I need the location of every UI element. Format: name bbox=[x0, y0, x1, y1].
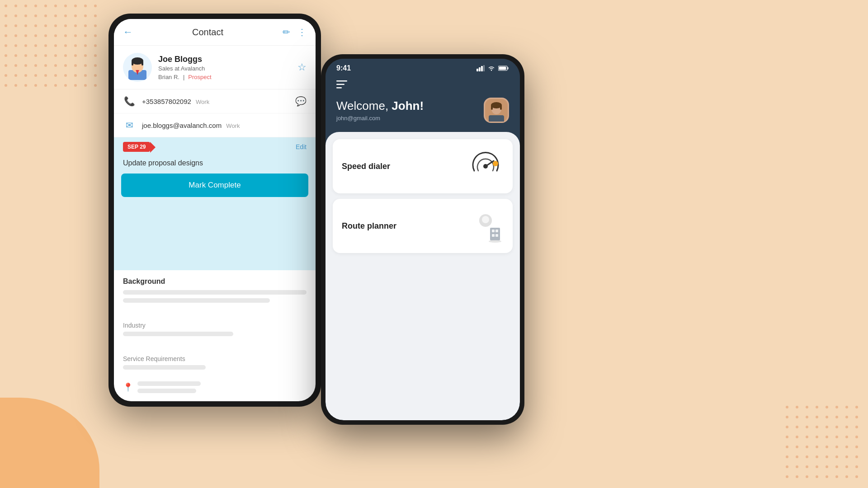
edit-icon[interactable]: ✏ bbox=[283, 27, 290, 38]
placeholder-line bbox=[123, 332, 233, 336]
dashboard-content: Speed dialer bbox=[326, 132, 520, 420]
service-req-label: Service Requirements bbox=[123, 355, 307, 362]
speed-dialer-title: Speed dialer bbox=[342, 162, 390, 171]
contact-assignee: Brian R. bbox=[158, 74, 179, 80]
user-avatar bbox=[484, 98, 509, 123]
page-title: Contact bbox=[138, 27, 277, 38]
task-title: Update proposal designs bbox=[114, 156, 316, 174]
contact-details: Joe Bloggs Sales at Avalanch Brian R. | … bbox=[158, 55, 291, 80]
background-section: Background bbox=[114, 270, 316, 310]
wifi-icon bbox=[487, 65, 495, 71]
task-header: SEP 29 Edit bbox=[114, 137, 316, 156]
route-planner-icon bbox=[467, 208, 504, 244]
phone-icon: 📞 bbox=[123, 96, 136, 107]
svg-rect-15 bbox=[336, 80, 347, 82]
welcome-row: Welcome, John! john@gmail.com bbox=[336, 98, 509, 123]
svg-rect-34 bbox=[495, 234, 498, 237]
avatar bbox=[123, 53, 152, 82]
svg-rect-23 bbox=[500, 105, 502, 110]
email-icon: ✉ bbox=[123, 120, 136, 131]
speed-dialer-card[interactable]: Speed dialer bbox=[333, 139, 513, 193]
contact-phone: ← Contact ✏ ⋮ bbox=[108, 14, 321, 407]
back-button[interactable]: ← bbox=[123, 26, 133, 38]
contact-tags: Brian R. | Prospect bbox=[158, 74, 291, 80]
svg-rect-32 bbox=[495, 230, 498, 232]
industry-section: Industry bbox=[114, 310, 316, 343]
background-title: Background bbox=[123, 277, 307, 286]
svg-rect-33 bbox=[492, 234, 495, 237]
service-requirements-section: Service Requirements bbox=[114, 343, 316, 377]
battery-icon bbox=[498, 66, 509, 71]
dashboard-screen: 9:41 bbox=[326, 59, 520, 420]
signal-icon bbox=[476, 65, 485, 71]
svg-rect-3 bbox=[132, 61, 133, 66]
dashboard-phone: 9:41 bbox=[321, 54, 524, 425]
work-address bbox=[137, 381, 201, 397]
speed-dialer-icon bbox=[467, 148, 504, 184]
phone-row[interactable]: 📞 +353857802092 Work 💬 bbox=[114, 89, 316, 113]
contact-prospect-tag: Prospect bbox=[188, 74, 211, 80]
location-icon: 📍 bbox=[123, 382, 133, 392]
work-section: 📍 bbox=[114, 377, 316, 401]
svg-rect-31 bbox=[492, 230, 495, 232]
svg-rect-8 bbox=[479, 67, 481, 71]
task-edit-button[interactable]: Edit bbox=[296, 143, 307, 150]
message-icon[interactable]: 💬 bbox=[295, 96, 307, 107]
svg-point-26 bbox=[483, 164, 488, 169]
welcome-text: Welcome, John! bbox=[336, 99, 424, 113]
svg-rect-9 bbox=[481, 66, 483, 71]
user-email: john@gmail.com bbox=[336, 115, 424, 122]
dashboard-header: Welcome, John! john@gmail.com bbox=[326, 76, 520, 132]
status-time: 9:41 bbox=[336, 64, 351, 72]
decorative-dots-tl bbox=[5, 5, 102, 92]
more-icon[interactable]: ⋮ bbox=[297, 27, 307, 38]
svg-rect-24 bbox=[489, 115, 504, 122]
mark-complete-button[interactable]: Mark Complete bbox=[121, 174, 308, 197]
welcome-info: Welcome, John! john@gmail.com bbox=[336, 99, 424, 122]
svg-point-35 bbox=[489, 240, 501, 243]
route-planner-card[interactable]: Route planner bbox=[333, 199, 513, 253]
svg-rect-16 bbox=[336, 84, 344, 85]
svg-rect-4 bbox=[142, 61, 143, 66]
placeholder-line bbox=[123, 365, 206, 370]
task-section: SEP 29 Edit Update proposal designs Mark… bbox=[114, 137, 316, 270]
tag-separator: | bbox=[183, 74, 184, 80]
svg-rect-22 bbox=[491, 105, 493, 110]
email-address: joe.bloggs@avalanch.com Work bbox=[142, 122, 307, 129]
svg-rect-14 bbox=[499, 67, 506, 70]
svg-rect-13 bbox=[508, 67, 509, 70]
svg-rect-7 bbox=[476, 69, 478, 71]
avatar-image bbox=[125, 55, 150, 80]
decorative-dots-br bbox=[786, 406, 863, 483]
contact-name: Joe Bloggs bbox=[158, 55, 291, 64]
email-row[interactable]: ✉ joe.bloggs@avalanch.com Work bbox=[114, 113, 316, 137]
star-icon[interactable]: ☆ bbox=[297, 61, 307, 73]
svg-rect-17 bbox=[336, 87, 342, 89]
svg-rect-10 bbox=[483, 65, 485, 71]
task-date-badge: SEP 29 bbox=[123, 142, 150, 152]
status-bar: 9:41 bbox=[326, 59, 520, 76]
contact-card: Joe Bloggs Sales at Avalanch Brian R. | … bbox=[114, 46, 316, 89]
svg-point-11 bbox=[491, 70, 492, 70]
placeholder-line bbox=[123, 298, 270, 303]
decorative-blob bbox=[0, 398, 99, 488]
contact-company: Sales at Avalanch bbox=[158, 65, 291, 72]
svg-rect-30 bbox=[490, 228, 500, 240]
menu-icon[interactable] bbox=[336, 80, 509, 91]
contact-header: ← Contact ✏ ⋮ bbox=[114, 19, 316, 46]
svg-point-27 bbox=[493, 161, 498, 166]
svg-point-29 bbox=[482, 216, 489, 223]
header-actions: ✏ ⋮ bbox=[283, 27, 307, 38]
contact-screen: ← Contact ✏ ⋮ bbox=[114, 19, 316, 401]
status-icons bbox=[476, 65, 509, 71]
route-planner-title: Route planner bbox=[342, 221, 396, 231]
phone-number: +353857802092 Work bbox=[142, 98, 289, 105]
industry-label: Industry bbox=[123, 322, 307, 329]
placeholder-line bbox=[123, 290, 307, 295]
